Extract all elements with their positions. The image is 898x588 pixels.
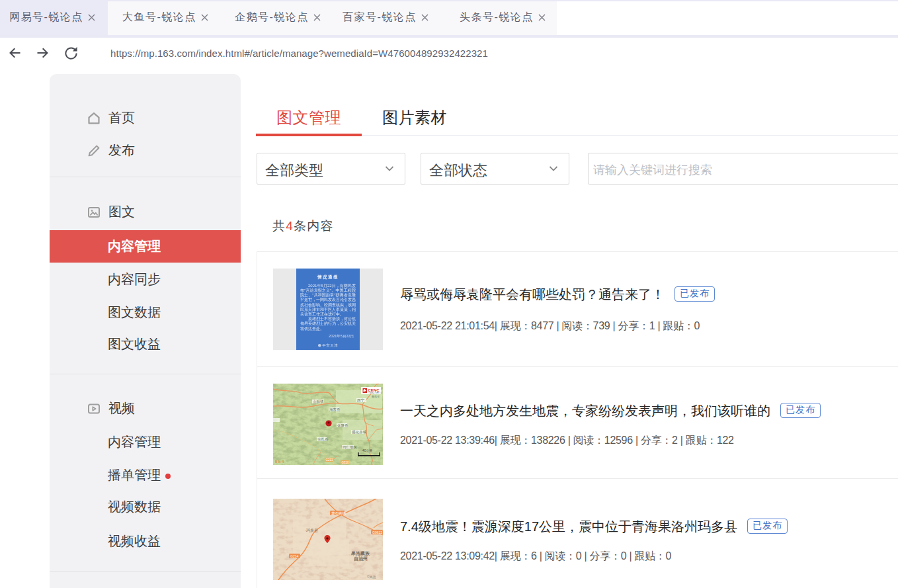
svg-text:自治州: 自治州 [354,556,368,562]
svg-text:尖扎县: 尖扎县 [317,437,329,442]
svg-text:©高德: ©高德 [367,575,376,579]
svg-text:花石峡镇: 花石峡镇 [331,511,347,516]
svg-text:山脉镇: 山脉镇 [313,399,324,404]
svg-text:化隆县: 化隆县 [337,423,348,428]
svg-text:5 k 4: 5 k 4 [275,460,284,464]
svg-text:青海省: 青海省 [371,395,380,398]
svg-text:G310: G310 [342,461,350,464]
svg-text:循化县城: 循化县城 [352,430,367,435]
svg-text:G0613: G0613 [372,530,382,534]
svg-text:同仁地区: 同仁地区 [343,445,358,449]
svg-text:中国地震台网中心: 中国地震台网中心 [368,392,382,394]
svg-text:西宁: 西宁 [357,398,365,403]
svg-text:果洛藏族: 果洛藏族 [350,551,370,556]
svg-text:·玛多县: ·玛多县 [305,528,318,532]
svg-text:G213: G213 [326,458,334,462]
svg-text:40公里: 40公里 [362,448,373,452]
svg-text:G214: G214 [290,554,298,558]
svg-text:CENC: CENC [368,388,380,392]
svg-text:海东县: 海东县 [329,407,341,412]
